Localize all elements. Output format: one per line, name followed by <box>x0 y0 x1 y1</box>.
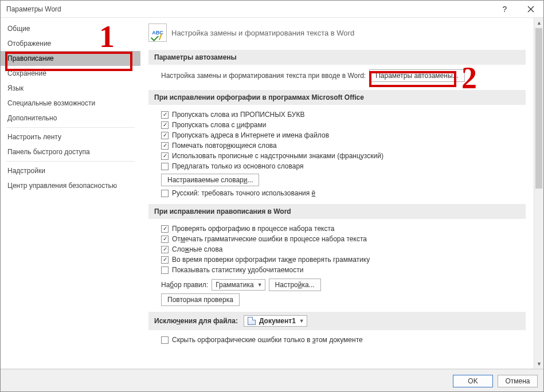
opt-label: Использовать прописные с надстрочными зн… <box>172 152 383 160</box>
document-icon <box>248 317 256 325</box>
sidebar-item-general[interactable]: Общие <box>1 21 140 36</box>
sidebar-item-save[interactable]: Сохранение <box>1 66 140 81</box>
close-icon <box>527 6 534 13</box>
titlebar: Параметры Word ? <box>1 1 543 18</box>
opt-flag-repeated[interactable]: Помечать повторяющиеся слова <box>161 140 526 151</box>
checkbox-icon <box>161 111 169 119</box>
opt-label: Предлагать только из основного словаря <box>172 162 303 170</box>
checkbox-icon <box>161 225 169 233</box>
checkbox-icon <box>161 236 169 243</box>
opt-french-accent[interactable]: Использовать прописные с надстрочными зн… <box>161 151 526 161</box>
sidebar-item-accessibility[interactable]: Специальные возможности <box>1 96 140 111</box>
ok-button[interactable]: OK <box>453 375 493 387</box>
opt-label: Русский: требовать точного использования… <box>172 189 315 197</box>
sidebar-item-proofing[interactable]: Правописание <box>1 51 140 66</box>
exceptions-file-value: Документ1 <box>259 317 296 325</box>
ruleset-value: Грамматика <box>216 281 253 289</box>
close-button[interactable] <box>518 1 543 18</box>
proofing-icon: ABC <box>148 23 167 42</box>
checkbox-icon <box>161 152 169 160</box>
opt-label: Показывать статистику удобочитаемости <box>172 266 303 274</box>
page-heading: ABC Настройка замены и форматирования те… <box>148 23 526 42</box>
sidebar-item-customize-ribbon[interactable]: Настроить ленту <box>1 130 140 144</box>
opt-russian-yo[interactable]: Русский: требовать точного использования… <box>161 188 526 198</box>
section-exceptions: Исключения для файла: Документ1 ▼ <box>148 312 526 330</box>
btn-label: Настройка... <box>275 281 315 289</box>
autocorrect-options-button[interactable]: Параметры автозамены... <box>369 69 464 82</box>
btn-label: OK <box>468 377 478 385</box>
chevron-down-icon: ▼ <box>257 282 263 288</box>
window-title: Параметры Word <box>6 5 492 13</box>
btn-label: Отмена <box>505 377 530 385</box>
options-content: ABC Настройка замены и форматирования те… <box>140 18 534 369</box>
opt-ignore-numbers[interactable]: Пропускать слова с цифрами <box>161 120 526 130</box>
sidebar-separator <box>6 161 135 162</box>
exceptions-label: Исключения для файла: <box>154 317 238 325</box>
checkbox-icon <box>161 336 169 344</box>
dialog-body: Общие Отображение Правописание Сохранени… <box>1 18 543 369</box>
autocorrect-button-label: Параметры автозамены... <box>375 72 458 80</box>
options-sidebar: Общие Отображение Правописание Сохранени… <box>1 18 140 369</box>
help-button[interactable]: ? <box>492 1 518 18</box>
ruleset-row: Набор правил: Грамматика ▼ Настройка... <box>161 279 526 291</box>
recheck-document-button[interactable]: Повторная проверка <box>161 293 240 306</box>
opt-label: Во время проверки орфографии также прове… <box>172 256 370 264</box>
custom-dictionaries-button[interactable]: Настраиваемые словари... <box>161 174 259 186</box>
opt-label: Проверять орфографию в процессе набора т… <box>172 225 335 233</box>
opt-label: Отмечать грамматические ошибки в процесс… <box>172 235 367 243</box>
checkbox-icon <box>161 132 169 139</box>
dialog-footer: OK Отмена <box>1 369 543 392</box>
btn-label: Настраиваемые словари... <box>167 176 253 184</box>
vertical-scrollbar[interactable]: ▲ ▼ <box>534 18 543 369</box>
sidebar-item-quick-access[interactable]: Панель быстрого доступа <box>1 144 140 159</box>
sidebar-item-addins[interactable]: Надстройки <box>1 163 140 178</box>
scroll-down-icon[interactable]: ▼ <box>534 359 544 369</box>
chevron-down-icon: ▼ <box>299 318 304 324</box>
opt-label: Помечать повторяющиеся слова <box>172 142 277 150</box>
ruleset-label: Набор правил: <box>161 281 208 289</box>
checkbox-icon <box>161 142 169 150</box>
opt-readability-stats[interactable]: Показывать статистику удобочитаемости <box>161 265 526 275</box>
opt-hide-spelling-errors[interactable]: Скрыть орфографические ошибки только в э… <box>161 335 526 345</box>
checkbox-icon <box>161 246 169 253</box>
sidebar-item-trust-center[interactable]: Центр управления безопасностью <box>1 178 140 193</box>
checkbox-icon <box>161 121 169 129</box>
opt-grammar-with-spelling[interactable]: Во время проверки орфографии также прове… <box>161 254 526 265</box>
opt-ignore-uppercase[interactable]: Пропускать слова из ПРОПИСНЫХ БУКВ <box>161 109 526 120</box>
section-spelling-office: При исправлении орфографии в программах … <box>148 90 526 105</box>
page-heading-text: Настройка замены и форматирования текста… <box>171 29 354 37</box>
opt-label: Пропускать слова с цифрами <box>172 121 267 129</box>
btn-label: Повторная проверка <box>167 296 233 304</box>
checkbox-icon <box>161 163 169 170</box>
sidebar-item-display[interactable]: Отображение <box>1 36 140 51</box>
scroll-thumb[interactable] <box>535 28 542 189</box>
opt-ignore-urls[interactable]: Пропускать адреса в Интернете и имена фа… <box>161 130 526 140</box>
section-autocorrect: Параметры автозамены <box>148 50 526 65</box>
opt-label: Пропускать слова из ПРОПИСНЫХ БУКВ <box>172 111 304 119</box>
opt-label: Скрыть орфографические ошибки только в э… <box>172 336 363 344</box>
sidebar-item-language[interactable]: Язык <box>1 81 140 96</box>
ruleset-select[interactable]: Грамматика ▼ <box>212 279 265 291</box>
writing-style-settings-button[interactable]: Настройка... <box>269 279 321 291</box>
opt-main-dict-only[interactable]: Предлагать только из основного словаря <box>161 161 526 171</box>
sidebar-item-advanced[interactable]: Дополнительно <box>1 111 140 126</box>
checkbox-icon <box>161 190 169 197</box>
opt-check-spelling-typing[interactable]: Проверять орфографию в процессе набора т… <box>161 224 526 234</box>
checkbox-icon <box>161 266 169 274</box>
sidebar-separator <box>6 127 135 128</box>
custom-dict-row: Настраиваемые словари... <box>161 174 526 186</box>
recheck-row: Повторная проверка <box>161 293 526 306</box>
section-spelling-word: При исправлении правописания в Word <box>148 204 526 219</box>
opt-mark-grammar-typing[interactable]: Отмечать грамматические ошибки в процесс… <box>161 234 526 244</box>
checkbox-icon <box>161 256 169 264</box>
cancel-button[interactable]: Отмена <box>498 375 538 387</box>
opt-frequently-confused[interactable]: Сложные слова <box>161 244 526 254</box>
content-wrap: ABC Настройка замены и форматирования те… <box>140 18 543 369</box>
scroll-up-icon[interactable]: ▲ <box>534 18 544 28</box>
autocorrect-row: Настройка замены и форматирования текста… <box>161 69 526 82</box>
autocorrect-desc: Настройка замены и форматирования текста… <box>161 72 366 80</box>
exceptions-file-select[interactable]: Документ1 ▼ <box>244 315 307 327</box>
opt-label: Сложные слова <box>172 245 222 253</box>
opt-label: Пропускать адреса в Интернете и имена фа… <box>172 131 329 139</box>
